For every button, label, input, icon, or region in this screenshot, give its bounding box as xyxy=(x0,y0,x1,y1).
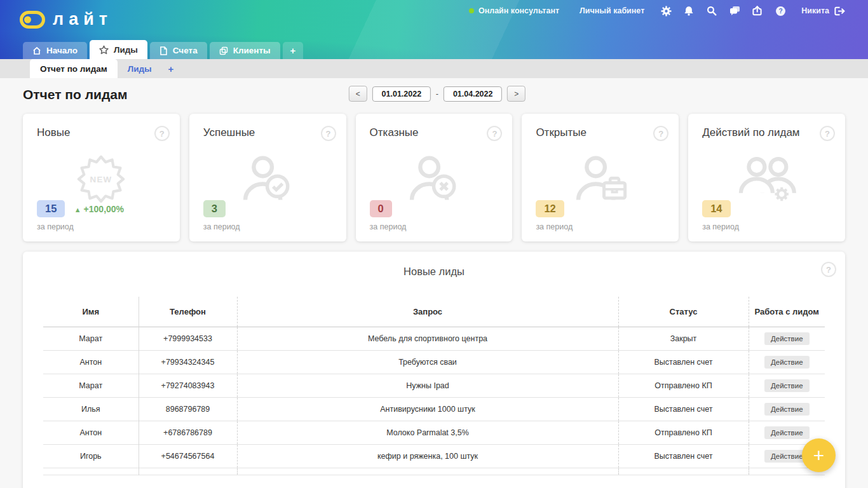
export-button[interactable] xyxy=(749,4,766,18)
panel-help-button[interactable]: ? xyxy=(821,262,836,277)
date-from-input[interactable] xyxy=(372,86,431,102)
col-name: Имя xyxy=(43,297,139,327)
date-next-button[interactable]: > xyxy=(507,86,526,102)
person-check-icon xyxy=(238,150,297,210)
main-tab-bar: Начало Лиды Счета Клиенты xyxy=(23,40,306,59)
stat-cards-row: Новые ? NEW 15 ▲ +100,00% за период Успе… xyxy=(23,114,845,241)
card-title: Отказные xyxy=(370,126,499,139)
brand-logo-text: лайт xyxy=(53,10,112,29)
lead-action-button[interactable]: Действие xyxy=(764,332,810,345)
help-question-glyph: ? xyxy=(825,129,830,139)
lead-request: Антивирусники 1000 штук xyxy=(237,398,618,421)
tab-clients-label: Клиенты xyxy=(233,46,271,55)
col-phone: Телефон xyxy=(139,297,237,327)
online-consultant-link[interactable]: Онлайн консультант xyxy=(462,6,566,15)
lead-action-button[interactable]: Действие xyxy=(764,356,810,369)
table-row: Марат +7999934533 Мебель для спортивного… xyxy=(43,327,825,351)
table-header-row: Имя Телефон Запрос Статус Работа с лидом xyxy=(43,297,825,327)
add-tab-button[interactable]: + xyxy=(283,42,304,59)
card-help-button[interactable]: ? xyxy=(321,126,336,141)
table-row: Антон +79934324345 Требуются сваи Выстав… xyxy=(43,351,825,374)
stat-value-badge: 15 xyxy=(37,200,65,217)
lead-request: Мебель для спортивного центра xyxy=(237,327,618,351)
lead-status: Отправлено КП xyxy=(618,374,749,398)
search-button[interactable] xyxy=(703,4,720,18)
lead-request: кефир и ряженка, 100 штук xyxy=(237,445,618,468)
col-status: Статус xyxy=(618,297,749,327)
card-help-button[interactable]: ? xyxy=(820,126,835,141)
stat-value-badge: 12 xyxy=(536,200,564,217)
help-button[interactable]: ? xyxy=(772,4,789,18)
lead-name: Марат xyxy=(43,374,139,398)
online-consultant-label: Онлайн консультант xyxy=(478,6,559,15)
person-x-icon xyxy=(405,150,463,210)
lead-action-button[interactable]: Действие xyxy=(764,426,810,439)
add-subtab-button[interactable]: + xyxy=(162,59,180,78)
tab-leads[interactable]: Лиды xyxy=(90,40,147,59)
lead-name: Марат xyxy=(43,327,139,351)
lead-name: Игорь xyxy=(43,445,139,468)
share-box-icon xyxy=(752,6,763,16)
period-label: за период xyxy=(37,222,124,231)
tab-home[interactable]: Начало xyxy=(23,42,87,59)
brand-logo[interactable]: лайт xyxy=(20,10,112,29)
stat-delta: ▲ +100,00% xyxy=(74,204,124,214)
lead-status: Отправлено КП xyxy=(618,421,749,445)
notifications-button[interactable] xyxy=(681,4,697,18)
table-row: Антон +6786786789 Молоко Parmalat 3,5% О… xyxy=(43,421,825,445)
lead-name: Илья xyxy=(43,398,139,421)
tab-clients[interactable]: Клиенты xyxy=(210,42,280,59)
user-menu[interactable]: Никита xyxy=(795,6,845,16)
lead-phone: +79934324345 xyxy=(139,351,237,374)
col-request: Запрос xyxy=(237,297,618,327)
lead-request: Требуются сваи xyxy=(237,351,618,374)
svg-text:NEW: NEW xyxy=(90,174,112,184)
card-stats: 0 за период xyxy=(370,200,407,231)
sub-tab-bar: Отчет по лидам Лиды + xyxy=(0,59,868,78)
question-circle-icon: ? xyxy=(775,6,786,17)
panel-title: Новые лиды xyxy=(33,266,835,278)
delta-value: +100,00% xyxy=(84,204,124,214)
subtab-leads-report-label: Отчет по лидам xyxy=(40,64,107,74)
table-row: Марат +79274083943 Нужны Ipad Отправлено… xyxy=(43,374,825,398)
card-title: Успешные xyxy=(203,126,332,139)
stat-card-rejected: Отказные ? 0 за период xyxy=(356,114,513,241)
lead-phone: +54674567564 xyxy=(139,445,237,468)
date-prev-button[interactable]: < xyxy=(349,86,367,102)
card-help-button[interactable]: ? xyxy=(487,126,502,141)
stat-value-badge: 14 xyxy=(702,200,730,217)
stat-card-open: Открытые ? 12 за период xyxy=(522,114,679,241)
brand-logo-icon xyxy=(20,11,45,29)
card-title: Новые xyxy=(37,126,166,139)
lead-action-button[interactable]: Действие xyxy=(764,379,810,392)
star-icon xyxy=(99,45,109,55)
subtab-leads[interactable]: Лиды xyxy=(118,59,162,78)
search-icon xyxy=(707,6,717,16)
help-question-glyph: ? xyxy=(492,129,497,139)
subtab-leads-report[interactable]: Отчет по лидам xyxy=(30,59,118,78)
personal-cabinet-link[interactable]: Личный кабинет xyxy=(573,6,651,15)
home-icon xyxy=(32,46,41,55)
card-help-button[interactable]: ? xyxy=(653,126,668,141)
tab-leads-label: Лиды xyxy=(114,45,138,55)
date-to-input[interactable] xyxy=(444,86,502,102)
lead-action-button[interactable]: Действие xyxy=(764,403,810,416)
settings-button[interactable] xyxy=(658,4,674,18)
add-lead-fab[interactable]: + xyxy=(802,438,836,472)
stat-card-new: Новые ? NEW 15 ▲ +100,00% за период xyxy=(23,114,180,241)
lead-status: Выставлен счет xyxy=(618,398,749,421)
lead-request: Молоко Parmalat 3,5% xyxy=(237,421,618,445)
period-label: за период xyxy=(203,222,240,231)
lead-status: Выставлен счет xyxy=(618,351,749,374)
card-help-button[interactable]: ? xyxy=(154,126,170,141)
period-label: за период xyxy=(702,222,739,231)
lead-phone: +6786786789 xyxy=(139,421,237,445)
messages-button[interactable] xyxy=(726,4,743,18)
table-row: Илья 8968796789 Антивирусники 1000 штук … xyxy=(43,398,825,421)
tab-invoices[interactable]: Счета xyxy=(150,42,207,59)
delta-up-icon: ▲ xyxy=(74,206,81,214)
logout-icon xyxy=(834,6,845,16)
lead-phone: +79274083943 xyxy=(139,374,237,398)
page-head: Отчет по лидам < - > xyxy=(23,78,845,109)
new-leads-panel: Новые лиды ? Имя Телефон Запрос Статус Р… xyxy=(23,252,845,488)
